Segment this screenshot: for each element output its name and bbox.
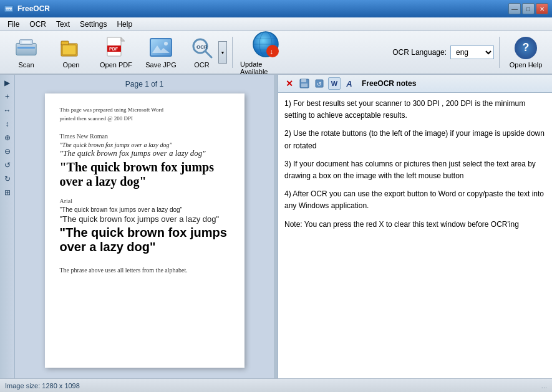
page-indicator: Page 1 of 1	[125, 80, 163, 88]
ocr-dropdown-button[interactable]: ▼	[218, 41, 227, 64]
save-jpg-button[interactable]: Save JPG	[140, 34, 182, 70]
save-icon	[299, 79, 309, 88]
svg-rect-15	[150, 39, 172, 56]
update-available-button[interactable]: ↓ Update Available	[238, 27, 294, 78]
note-3: 3) If your document has columns or pictu…	[284, 158, 546, 182]
svg-text:↺: ↺	[317, 81, 322, 87]
update-label: Update Available	[240, 60, 291, 75]
svg-marker-11	[121, 37, 125, 41]
svg-text:OCR: OCR	[6, 8, 12, 11]
save-jpg-label: Save JPG	[145, 61, 177, 69]
maximize-button[interactable]: □	[522, 3, 535, 14]
main-content: ▶ + ↔ ↕ ⊕ ⊖ ↺ ↻ ⊞ Page 1 of 1 This page …	[0, 75, 552, 378]
menu-text[interactable]: Text	[51, 19, 75, 30]
font2-quote1: "The quick brown fox jumps over a lazy d…	[60, 206, 230, 213]
status-dots: ...	[541, 382, 547, 390]
right-panel-content[interactable]: 1) For best results set your scanner to …	[278, 93, 552, 378]
scan-icon	[15, 37, 37, 59]
export-word-button[interactable]: W	[328, 77, 341, 90]
ocr-button-group: OCR OCR ▼	[185, 34, 227, 70]
svg-rect-3	[16, 43, 36, 55]
ocr-label: OCR	[194, 61, 209, 69]
font1-quote2: "The quick brown fox jumps over a lazy d…	[60, 148, 230, 158]
note-2: 2) Use the rotate buttons (to the left o…	[284, 128, 546, 151]
status-bar: Image size: 1280 x 1098 ...	[0, 378, 552, 392]
save-jpg-icon	[150, 37, 172, 59]
fit-height-button[interactable]: ↕	[2, 118, 13, 130]
note-5: Note: You can press the red X to clear t…	[284, 219, 546, 231]
rotate-right-button[interactable]: ↻	[2, 173, 13, 184]
update-icon: ↓	[251, 30, 280, 60]
times-new-roman-section: Times New Roman "The quick brown fox jum…	[60, 133, 230, 189]
rotate-text-button[interactable]: ↺	[313, 77, 326, 90]
font2-quote3: "The quick brown fox jumps over a lazy d…	[60, 226, 230, 254]
svg-rect-6	[22, 41, 30, 43]
nav-button[interactable]: ▶	[2, 77, 13, 88]
menu-ocr[interactable]: OCR	[24, 19, 51, 30]
help-label: Open Help	[510, 61, 543, 69]
font-button[interactable]: A	[343, 77, 356, 90]
toolbar-separator-2	[499, 37, 500, 68]
arial-section: Arial "The quick brown fox jumps over a …	[60, 198, 230, 254]
right-panel-header: ✕ ↺ W A FreeOCR notes	[278, 75, 552, 93]
svg-text:↓: ↓	[269, 47, 273, 56]
font1-label: Times New Roman	[60, 133, 230, 140]
open-pdf-icon: PDF	[105, 37, 127, 59]
image-area[interactable]: Page 1 of 1 This page was prepared using…	[15, 75, 274, 378]
font2-quote2: "The quick brown fox jumps over a lazy d…	[60, 214, 230, 224]
page-footer-text: The phrase above uses all letters from t…	[60, 267, 230, 274]
open-pdf-label: Open PDF	[100, 61, 132, 69]
zoom-minus-button[interactable]: ⊖	[2, 146, 13, 157]
grid-button[interactable]: ⊞	[2, 187, 13, 198]
svg-rect-30	[301, 84, 307, 87]
font2-label: Arial	[60, 198, 230, 204]
help-icon: ?	[515, 37, 537, 59]
minimize-button[interactable]: —	[508, 3, 521, 14]
toolbar-separator-1	[232, 37, 233, 68]
note-4: 4) After OCR you can use the export butt…	[284, 188, 546, 212]
open-pdf-button[interactable]: PDF Open PDF	[95, 34, 137, 70]
save-text-button[interactable]	[298, 77, 311, 90]
svg-line-19	[205, 51, 211, 57]
font1-quote1: "The quick brown fox jumps over a lazy d…	[60, 141, 230, 148]
title-bar-left: OCR FreeOCR	[4, 4, 50, 14]
menu-settings[interactable]: Settings	[75, 19, 112, 30]
scan-label: Scan	[18, 61, 34, 69]
svg-rect-9	[62, 45, 76, 55]
right-panel: ✕ ↺ W A FreeOCR notes 1) For best result…	[278, 75, 552, 378]
ocr-language-label: OCR Language:	[392, 48, 447, 57]
svg-text:PDF: PDF	[109, 47, 119, 51]
toolbar: Scan Open PDF Open PDF	[0, 31, 552, 75]
image-size-label: Image size: 1280 x 1098	[5, 382, 80, 390]
title-bar-controls: — □ ✕	[508, 3, 548, 14]
svg-rect-8	[61, 41, 69, 45]
zoom-plus-button[interactable]: ⊕	[2, 132, 13, 143]
menu-file[interactable]: File	[2, 19, 24, 30]
panel-title: FreeOCR notes	[362, 79, 547, 88]
rotate-left-button[interactable]: ↺	[2, 160, 13, 171]
app-title: FreeOCR	[17, 4, 50, 13]
rotate-icon: ↺	[314, 79, 324, 88]
zoom-in-button[interactable]: +	[2, 91, 13, 102]
open-button[interactable]: Open	[50, 34, 92, 70]
svg-text:OCR: OCR	[196, 44, 208, 50]
left-toolbar: ▶ + ↔ ↕ ⊕ ⊖ ↺ ↻ ⊞	[0, 75, 15, 378]
ocr-icon: OCR	[191, 37, 213, 59]
note-1: 1) For best results set your scanner to …	[284, 98, 546, 122]
ocr-button[interactable]: OCR OCR	[185, 34, 218, 70]
page-footer-section: The phrase above uses all letters from t…	[60, 267, 230, 274]
scan-button[interactable]: Scan	[5, 34, 47, 70]
page-intro-text: This page was prepared using Microsoft W…	[60, 106, 230, 123]
open-label: Open	[63, 61, 80, 69]
clear-text-button[interactable]: ✕	[283, 77, 296, 90]
close-button[interactable]: ✕	[536, 3, 548, 14]
ocr-language-select[interactable]: eng fra deu	[450, 45, 494, 59]
title-bar: OCR FreeOCR — □ ✕	[0, 0, 552, 17]
svg-point-17	[164, 42, 168, 45]
fit-width-button[interactable]: ↔	[2, 105, 13, 116]
app-icon: OCR	[4, 4, 14, 14]
ocr-language-area: OCR Language: eng fra deu	[392, 45, 494, 59]
menu-help[interactable]: Help	[112, 19, 137, 30]
open-help-button[interactable]: ? Open Help	[505, 34, 547, 70]
page-canvas: This page was prepared using Microsoft W…	[45, 93, 245, 368]
